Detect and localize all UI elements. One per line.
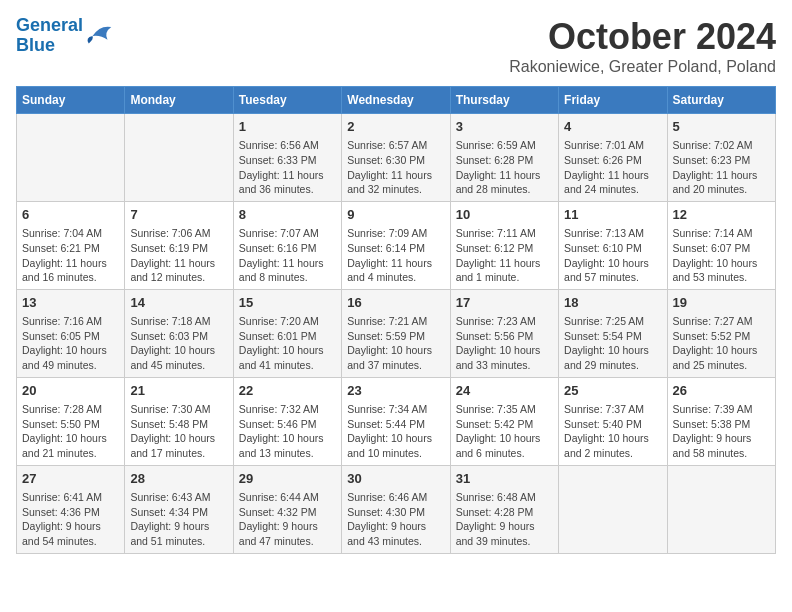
calendar-cell	[667, 465, 775, 553]
day-info: Sunrise: 6:41 AM Sunset: 4:36 PM Dayligh…	[22, 490, 119, 549]
day-info: Sunrise: 7:21 AM Sunset: 5:59 PM Dayligh…	[347, 314, 444, 373]
day-info: Sunrise: 7:18 AM Sunset: 6:03 PM Dayligh…	[130, 314, 227, 373]
day-info: Sunrise: 7:01 AM Sunset: 6:26 PM Dayligh…	[564, 138, 661, 197]
calendar-cell: 3Sunrise: 6:59 AM Sunset: 6:28 PM Daylig…	[450, 114, 558, 202]
day-header-sunday: Sunday	[17, 87, 125, 114]
calendar-cell: 20Sunrise: 7:28 AM Sunset: 5:50 PM Dayli…	[17, 377, 125, 465]
day-info: Sunrise: 6:44 AM Sunset: 4:32 PM Dayligh…	[239, 490, 336, 549]
day-info: Sunrise: 7:11 AM Sunset: 6:12 PM Dayligh…	[456, 226, 553, 285]
title-block: October 2024 Rakoniewice, Greater Poland…	[509, 16, 776, 76]
calendar-cell: 4Sunrise: 7:01 AM Sunset: 6:26 PM Daylig…	[559, 114, 667, 202]
calendar-cell: 19Sunrise: 7:27 AM Sunset: 5:52 PM Dayli…	[667, 289, 775, 377]
day-header-monday: Monday	[125, 87, 233, 114]
day-number: 30	[347, 470, 444, 488]
calendar-cell: 30Sunrise: 6:46 AM Sunset: 4:30 PM Dayli…	[342, 465, 450, 553]
logo: General Blue	[16, 16, 115, 56]
day-info: Sunrise: 7:13 AM Sunset: 6:10 PM Dayligh…	[564, 226, 661, 285]
calendar-cell: 2Sunrise: 6:57 AM Sunset: 6:30 PM Daylig…	[342, 114, 450, 202]
day-info: Sunrise: 7:04 AM Sunset: 6:21 PM Dayligh…	[22, 226, 119, 285]
day-number: 20	[22, 382, 119, 400]
day-number: 31	[456, 470, 553, 488]
calendar-cell: 8Sunrise: 7:07 AM Sunset: 6:16 PM Daylig…	[233, 201, 341, 289]
location-title: Rakoniewice, Greater Poland, Poland	[509, 58, 776, 76]
day-header-wednesday: Wednesday	[342, 87, 450, 114]
calendar-cell: 22Sunrise: 7:32 AM Sunset: 5:46 PM Dayli…	[233, 377, 341, 465]
day-number: 4	[564, 118, 661, 136]
page-header: General Blue October 2024 Rakoniewice, G…	[16, 16, 776, 76]
day-number: 13	[22, 294, 119, 312]
day-info: Sunrise: 7:07 AM Sunset: 6:16 PM Dayligh…	[239, 226, 336, 285]
day-number: 15	[239, 294, 336, 312]
day-number: 18	[564, 294, 661, 312]
calendar-cell: 18Sunrise: 7:25 AM Sunset: 5:54 PM Dayli…	[559, 289, 667, 377]
day-info: Sunrise: 7:25 AM Sunset: 5:54 PM Dayligh…	[564, 314, 661, 373]
calendar-week-row: 27Sunrise: 6:41 AM Sunset: 4:36 PM Dayli…	[17, 465, 776, 553]
day-header-tuesday: Tuesday	[233, 87, 341, 114]
day-number: 16	[347, 294, 444, 312]
logo-blue: Blue	[16, 35, 55, 55]
day-number: 28	[130, 470, 227, 488]
day-header-thursday: Thursday	[450, 87, 558, 114]
calendar-cell: 13Sunrise: 7:16 AM Sunset: 6:05 PM Dayli…	[17, 289, 125, 377]
calendar-cell: 10Sunrise: 7:11 AM Sunset: 6:12 PM Dayli…	[450, 201, 558, 289]
day-number: 26	[673, 382, 770, 400]
calendar-cell: 1Sunrise: 6:56 AM Sunset: 6:33 PM Daylig…	[233, 114, 341, 202]
calendar-cell: 6Sunrise: 7:04 AM Sunset: 6:21 PM Daylig…	[17, 201, 125, 289]
calendar-week-row: 1Sunrise: 6:56 AM Sunset: 6:33 PM Daylig…	[17, 114, 776, 202]
day-number: 7	[130, 206, 227, 224]
day-number: 10	[456, 206, 553, 224]
day-number: 5	[673, 118, 770, 136]
day-number: 22	[239, 382, 336, 400]
day-number: 14	[130, 294, 227, 312]
calendar-cell: 7Sunrise: 7:06 AM Sunset: 6:19 PM Daylig…	[125, 201, 233, 289]
logo-general: General	[16, 15, 83, 35]
calendar-cell: 17Sunrise: 7:23 AM Sunset: 5:56 PM Dayli…	[450, 289, 558, 377]
calendar-cell: 29Sunrise: 6:44 AM Sunset: 4:32 PM Dayli…	[233, 465, 341, 553]
calendar-cell: 26Sunrise: 7:39 AM Sunset: 5:38 PM Dayli…	[667, 377, 775, 465]
calendar-cell: 9Sunrise: 7:09 AM Sunset: 6:14 PM Daylig…	[342, 201, 450, 289]
day-info: Sunrise: 7:37 AM Sunset: 5:40 PM Dayligh…	[564, 402, 661, 461]
logo-bird-icon	[85, 21, 115, 51]
day-number: 21	[130, 382, 227, 400]
calendar-week-row: 13Sunrise: 7:16 AM Sunset: 6:05 PM Dayli…	[17, 289, 776, 377]
month-title: October 2024	[509, 16, 776, 58]
calendar-week-row: 6Sunrise: 7:04 AM Sunset: 6:21 PM Daylig…	[17, 201, 776, 289]
day-number: 3	[456, 118, 553, 136]
day-info: Sunrise: 7:28 AM Sunset: 5:50 PM Dayligh…	[22, 402, 119, 461]
calendar-cell: 31Sunrise: 6:48 AM Sunset: 4:28 PM Dayli…	[450, 465, 558, 553]
day-info: Sunrise: 7:27 AM Sunset: 5:52 PM Dayligh…	[673, 314, 770, 373]
day-number: 17	[456, 294, 553, 312]
calendar-week-row: 20Sunrise: 7:28 AM Sunset: 5:50 PM Dayli…	[17, 377, 776, 465]
day-number: 8	[239, 206, 336, 224]
day-info: Sunrise: 7:14 AM Sunset: 6:07 PM Dayligh…	[673, 226, 770, 285]
calendar-cell	[559, 465, 667, 553]
day-number: 6	[22, 206, 119, 224]
day-info: Sunrise: 7:39 AM Sunset: 5:38 PM Dayligh…	[673, 402, 770, 461]
day-number: 23	[347, 382, 444, 400]
day-number: 9	[347, 206, 444, 224]
day-number: 25	[564, 382, 661, 400]
calendar-cell: 23Sunrise: 7:34 AM Sunset: 5:44 PM Dayli…	[342, 377, 450, 465]
day-info: Sunrise: 7:32 AM Sunset: 5:46 PM Dayligh…	[239, 402, 336, 461]
calendar-table: SundayMondayTuesdayWednesdayThursdayFrid…	[16, 86, 776, 554]
calendar-cell: 21Sunrise: 7:30 AM Sunset: 5:48 PM Dayli…	[125, 377, 233, 465]
day-number: 1	[239, 118, 336, 136]
calendar-cell: 24Sunrise: 7:35 AM Sunset: 5:42 PM Dayli…	[450, 377, 558, 465]
day-info: Sunrise: 7:35 AM Sunset: 5:42 PM Dayligh…	[456, 402, 553, 461]
logo-text: General Blue	[16, 16, 83, 56]
day-info: Sunrise: 6:46 AM Sunset: 4:30 PM Dayligh…	[347, 490, 444, 549]
day-number: 19	[673, 294, 770, 312]
calendar-cell: 28Sunrise: 6:43 AM Sunset: 4:34 PM Dayli…	[125, 465, 233, 553]
day-info: Sunrise: 6:57 AM Sunset: 6:30 PM Dayligh…	[347, 138, 444, 197]
day-info: Sunrise: 6:43 AM Sunset: 4:34 PM Dayligh…	[130, 490, 227, 549]
day-info: Sunrise: 6:56 AM Sunset: 6:33 PM Dayligh…	[239, 138, 336, 197]
day-info: Sunrise: 7:16 AM Sunset: 6:05 PM Dayligh…	[22, 314, 119, 373]
calendar-cell: 11Sunrise: 7:13 AM Sunset: 6:10 PM Dayli…	[559, 201, 667, 289]
day-number: 2	[347, 118, 444, 136]
calendar-cell	[17, 114, 125, 202]
day-number: 27	[22, 470, 119, 488]
day-info: Sunrise: 6:48 AM Sunset: 4:28 PM Dayligh…	[456, 490, 553, 549]
day-header-friday: Friday	[559, 87, 667, 114]
calendar-header-row: SundayMondayTuesdayWednesdayThursdayFrid…	[17, 87, 776, 114]
calendar-cell: 5Sunrise: 7:02 AM Sunset: 6:23 PM Daylig…	[667, 114, 775, 202]
